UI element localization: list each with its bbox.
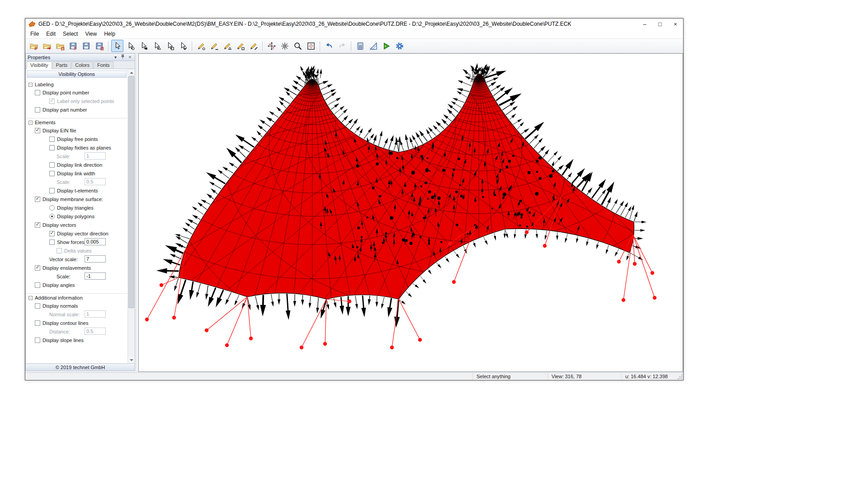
- select-triangles-icon: [152, 42, 161, 51]
- checkbox-display-vectors[interactable]: [35, 222, 40, 228]
- minimize-button[interactable]: –: [637, 19, 652, 29]
- input-vector-scale[interactable]: [85, 255, 106, 263]
- radio-display-polygons[interactable]: [49, 214, 55, 219]
- checkbox-display-fixities-as-planes[interactable]: [49, 145, 55, 150]
- input-show-forces[interactable]: [85, 238, 106, 245]
- collapse-icon[interactable]: -: [28, 296, 33, 300]
- row-display-contour-lines: Display contour lines: [26, 319, 127, 327]
- fit-view-button[interactable]: [305, 40, 317, 52]
- measure-icon: [369, 42, 378, 51]
- checkbox-display-point-number[interactable]: [35, 90, 40, 95]
- menu-view[interactable]: View: [81, 30, 100, 38]
- open-dre-file-icon: [42, 42, 52, 51]
- label-delta-values: Delta values: [64, 248, 92, 253]
- collapse-icon[interactable]: -: [28, 83, 33, 87]
- undo-button[interactable]: [323, 40, 335, 52]
- status-message: Select anything: [472, 373, 547, 380]
- panel-scrollbar[interactable]: [127, 69, 135, 363]
- checkbox-display-angles[interactable]: [35, 282, 40, 288]
- close-button[interactable]: ×: [668, 19, 683, 29]
- checkbox-display-link-width[interactable]: [49, 171, 55, 176]
- checkbox-display-membrane-surface[interactable]: [35, 197, 40, 202]
- window-title: GED - D:\2_Projekte\Easy\2020\03_26_Webs…: [38, 21, 637, 27]
- edit-quads-button[interactable]: [234, 40, 246, 52]
- row-normal-scale: Normal scale:: [26, 310, 127, 319]
- select-apply-button[interactable]: [177, 40, 189, 52]
- maximize-button[interactable]: □: [652, 19, 668, 29]
- checkbox-display-t-elements[interactable]: [49, 188, 55, 193]
- input-scale[interactable]: [85, 272, 106, 280]
- section-additional-information: -Additional information: [26, 293, 127, 301]
- select-cursor-icon: [113, 42, 122, 51]
- tab-colors[interactable]: Colors: [71, 61, 93, 69]
- edit-cut-button[interactable]: [247, 40, 259, 52]
- scrollbar-thumb[interactable]: [128, 76, 134, 308]
- scroll-up-icon[interactable]: [128, 69, 135, 76]
- status-uv-coordinates: u: 16.484 v: 12.398: [621, 373, 683, 380]
- edit-links-button[interactable]: [208, 40, 220, 52]
- edit-points-button[interactable]: [195, 40, 207, 52]
- scroll-down-icon[interactable]: [128, 357, 135, 363]
- checkbox-display-normals[interactable]: [35, 303, 40, 309]
- radio-display-triangles[interactable]: [49, 205, 55, 211]
- open-eck-file-button[interactable]: [54, 40, 66, 52]
- select-links-button[interactable]: [137, 40, 150, 52]
- edit-triangles-button[interactable]: [221, 40, 233, 52]
- row-display-link-width: Display link width: [26, 169, 127, 178]
- resize-grip[interactable]: [677, 374, 682, 379]
- collapse-icon[interactable]: -: [28, 121, 33, 125]
- save-dre-file-button[interactable]: [80, 40, 92, 52]
- open-ein-file-icon: #: [29, 42, 38, 51]
- label-scale: Scale:: [57, 274, 71, 279]
- properties-panel-title: Properties: [28, 55, 50, 60]
- tab-parts[interactable]: Parts: [52, 61, 71, 69]
- zoom-window-button[interactable]: [292, 40, 304, 52]
- row-display-free-points: Display free points: [26, 135, 127, 143]
- select-quads-button[interactable]: [164, 40, 176, 52]
- menu-edit[interactable]: Edit: [42, 30, 59, 38]
- menu-select[interactable]: Select: [59, 30, 81, 38]
- measure-button[interactable]: [367, 40, 379, 52]
- checkbox-display-contour-lines[interactable]: [35, 320, 40, 326]
- label-scale: Scale:: [57, 154, 71, 159]
- calculator-button[interactable]: [354, 40, 366, 52]
- menu-help[interactable]: Help: [100, 30, 119, 38]
- open-dre-file-button[interactable]: [41, 40, 53, 52]
- edit-cut-icon: [249, 42, 258, 51]
- toolbar-separator: [320, 41, 320, 51]
- checkbox-display-link-direction[interactable]: [49, 162, 55, 168]
- pin-icon[interactable]: [120, 54, 126, 61]
- tab-fonts[interactable]: Fonts: [94, 61, 113, 69]
- save-eck-file-button[interactable]: [93, 40, 105, 52]
- save-ein-file-button[interactable]: #: [67, 40, 79, 52]
- select-points-button[interactable]: [124, 40, 137, 52]
- panel-close-icon[interactable]: ×: [127, 54, 133, 60]
- svg-text:#: #: [34, 46, 37, 51]
- checkbox-display-part-number[interactable]: [35, 107, 40, 113]
- checkbox-display-ein-file[interactable]: [35, 128, 40, 133]
- select-apply-icon: [179, 42, 188, 51]
- tab-visibility[interactable]: Visibility: [27, 61, 52, 69]
- viewport[interactable]: [138, 53, 683, 372]
- row-display-vector-direction: Display vector direction: [26, 229, 127, 238]
- select-triangles-button[interactable]: [151, 40, 163, 52]
- explode-view-button[interactable]: [278, 40, 291, 52]
- membrane-canvas[interactable]: [139, 54, 683, 371]
- menu-file[interactable]: File: [27, 30, 42, 38]
- open-ein-file-button[interactable]: #: [28, 40, 40, 52]
- label-display-slope-lines: Display slope lines: [42, 338, 84, 343]
- checkbox-display-vector-direction[interactable]: [49, 231, 55, 236]
- checkbox-show-forces[interactable]: [49, 239, 55, 245]
- label-display-contour-lines: Display contour lines: [42, 320, 89, 326]
- checkbox-display-free-points[interactable]: [49, 136, 55, 142]
- title-bar: GED - D:\2_Projekte\Easy\2020\03_26_Webs…: [25, 19, 683, 29]
- chevron-down-icon[interactable]: ▾: [113, 54, 118, 60]
- settings-button[interactable]: [393, 40, 406, 52]
- menubar: FileEditSelectViewHelp: [25, 29, 683, 38]
- checkbox-display-slope-lines[interactable]: [35, 338, 40, 343]
- checkbox-display-enslavements[interactable]: [35, 265, 40, 271]
- explode-view-icon: [280, 42, 289, 51]
- run-analysis-button[interactable]: [380, 40, 392, 52]
- select-cursor-button[interactable]: [111, 40, 123, 52]
- move-points-button[interactable]: [265, 40, 278, 52]
